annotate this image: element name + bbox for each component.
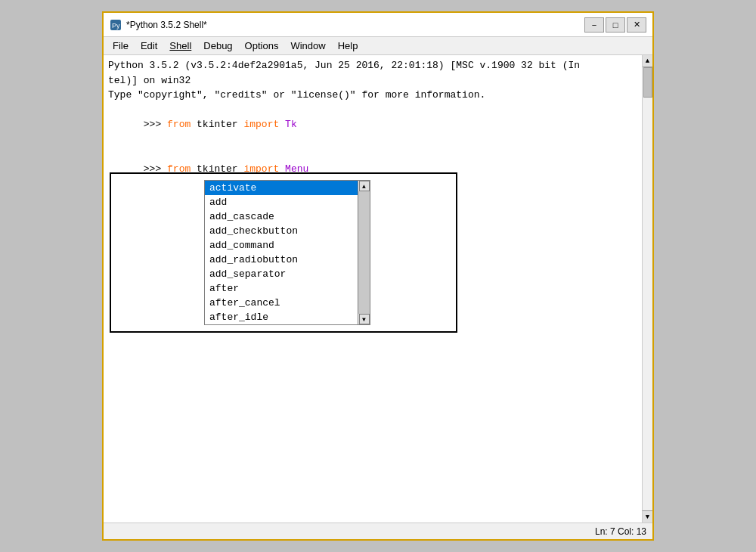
menu-file[interactable]: File [107,39,135,53]
scroll-down-button[interactable]: ▼ [359,314,370,324]
autocomplete-item-activate[interactable]: activate [205,181,358,195]
status-text: Ln: 7 Col: 13 [595,526,646,537]
menu-debug[interactable]: Debug [197,39,238,53]
autocomplete-container: activate add add_cascade add_checkbutton… [110,172,457,333]
autocomplete-item-add[interactable]: add [205,195,358,209]
autocomplete-item-add-checkbutton[interactable]: add_checkbutton [205,224,358,238]
menu-help[interactable]: Help [332,39,364,53]
menu-bar: File Edit Shell Debug Options Window Hel… [104,37,652,55]
status-bar: Ln: 7 Col: 13 [104,523,652,539]
close-button[interactable]: ✕ [627,17,646,33]
scroll-track [358,191,370,314]
autocomplete-item-after-idle[interactable]: after_idle [205,310,358,324]
shell-content[interactable]: Python 3.5.2 (v3.5.2:4def2a2901a5, Jun 2… [104,55,652,523]
menu-shell[interactable]: Shell [163,39,197,53]
autocomplete-list-wrapper: activate add add_cascade add_checkbutton… [204,180,370,325]
menu-options[interactable]: Options [239,39,285,53]
maximize-button[interactable]: □ [606,17,625,33]
main-scroll-down[interactable]: ▼ [642,510,652,523]
main-scroll-thumb[interactable] [643,67,652,98]
minimize-button[interactable]: − [584,17,604,33]
autocomplete-item-after[interactable]: after [205,281,358,296]
title-controls: − □ ✕ [584,17,646,33]
title-bar: Py *Python 3.5.2 Shell* − □ ✕ [104,13,652,37]
menu-window[interactable]: Window [284,39,331,53]
title-bar-left: Py *Python 3.5.2 Shell* [110,19,207,31]
code-line-1: >>> from tkinter import Tk [108,103,637,147]
main-window: Py *Python 3.5.2 Shell* − □ ✕ File Edit … [102,11,654,541]
header-line-2: tel)] on win32 [108,73,637,88]
main-scroll-up[interactable]: ▲ [643,55,652,67]
header-line-1: Python 3.5.2 (v3.5.2:4def2a2901a5, Jun 2… [108,58,637,73]
right-scrollbar[interactable]: ▲ [642,55,652,523]
autocomplete-item-add-command[interactable]: add_command [205,238,358,253]
autocomplete-scrollbar[interactable]: ▲ ▼ [358,180,370,325]
autocomplete-item-after-cancel[interactable]: after_cancel [205,296,358,310]
autocomplete-list[interactable]: activate add add_cascade add_checkbutton… [204,180,358,325]
menu-edit[interactable]: Edit [135,39,163,53]
main-scroll-track [643,67,652,523]
header-line-3: Type "copyright", "credits" or "license(… [108,88,637,103]
autocomplete-item-add-radiobutton[interactable]: add_radiobutton [205,253,358,267]
autocomplete-item-add-separator[interactable]: add_separator [205,267,358,281]
scroll-up-button[interactable]: ▲ [359,181,370,191]
window-title: *Python 3.5.2 Shell* [126,20,207,30]
svg-text:Py: Py [112,22,120,29]
python-icon: Py [110,19,122,31]
autocomplete-item-add-cascade[interactable]: add_cascade [205,209,358,224]
